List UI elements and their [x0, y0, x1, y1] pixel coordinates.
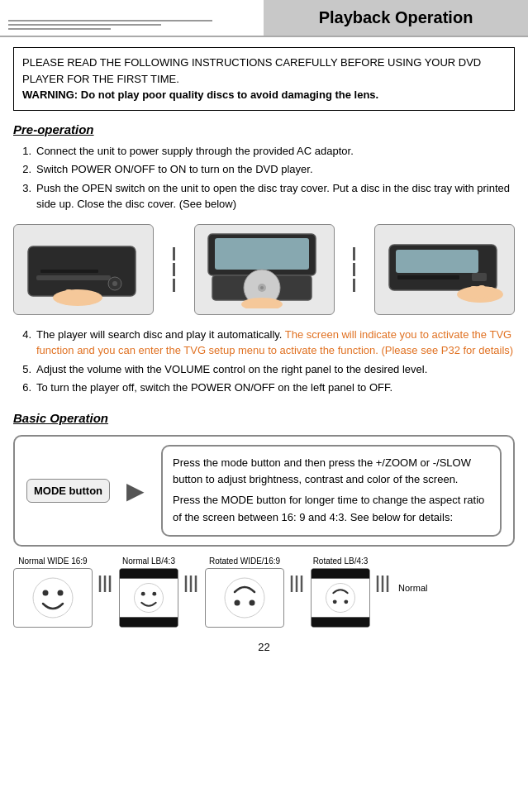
disc-image-3 — [374, 224, 515, 315]
svg-point-37 — [141, 591, 145, 595]
pre-operation-list: 1. Connect the unit to power supply thro… — [13, 143, 515, 213]
page-number: 22 — [13, 641, 515, 653]
list-text-6: To turn the player off, switch the POWER… — [36, 380, 515, 396]
svg-rect-33 — [120, 569, 178, 579]
basic-operation-box: MODE button ▶ Press the mode button and … — [13, 435, 515, 547]
list-item: 2. Switch POWER ON/OFF to ON to turn on … — [13, 161, 515, 178]
list-num: 4. — [13, 327, 31, 359]
ratio-normal-label: Normal — [398, 583, 427, 593]
list-text-4: The player will search disc and play it … — [36, 327, 515, 359]
header-title-box: Playback Operation — [264, 0, 528, 36]
svg-rect-24 — [487, 287, 493, 299]
ratio-images-row: Normal WIDE 16:9 Normal — [13, 556, 515, 628]
svg-rect-6 — [65, 289, 72, 303]
svg-point-38 — [152, 591, 156, 595]
svg-rect-1 — [36, 275, 111, 280]
list-text: Switch POWER ON/OFF to ON to turn on the… — [36, 161, 515, 178]
list-num: 5. — [13, 361, 31, 378]
step4-normal-text: The player will search disc and play it … — [36, 328, 285, 341]
svg-point-43 — [225, 578, 264, 618]
svg-rect-18 — [396, 250, 478, 273]
svg-point-53 — [326, 583, 355, 612]
svg-rect-23 — [478, 285, 485, 299]
svg-rect-8 — [82, 290, 88, 304]
arrow-2 — [353, 247, 355, 292]
list-item: 1. Connect the unit to power supply thro… — [13, 143, 515, 160]
main-content: PLEASE READ THE FOLLOWING INSTRUCTIONS C… — [0, 37, 528, 666]
ratio-label-0: Normal WIDE 16:9 — [18, 556, 87, 566]
svg-rect-50 — [312, 569, 369, 579]
list-text-5: Adjust the volume with the VOLUME contro… — [36, 361, 515, 378]
ratio-image-2 — [205, 568, 284, 628]
ratio-item-0: Normal WIDE 16:9 — [13, 556, 93, 628]
list-text: Connect the unit to power supply through… — [36, 143, 515, 160]
page-header: Playback Operation — [0, 0, 528, 37]
svg-rect-20 — [472, 273, 487, 281]
svg-rect-34 — [120, 617, 178, 627]
ratio-arrow-2 — [288, 572, 307, 600]
mode-desc-p2: Press the MODE button for longer time to… — [173, 492, 490, 527]
disc-image-1 — [13, 224, 154, 315]
disc-images-row — [13, 224, 515, 315]
svg-rect-4 — [40, 270, 98, 273]
list-num: 2. — [13, 161, 31, 178]
svg-point-15 — [260, 286, 264, 289]
ratio-item-3: Rotated LB/4:3 — [311, 556, 370, 628]
svg-point-55 — [344, 599, 348, 604]
ratio-arrow-3 — [373, 572, 393, 600]
warning-text-line2: WARNING: Do not play poor quality discs … — [22, 88, 378, 101]
svg-rect-51 — [312, 617, 369, 627]
list-item-5: 5. Adjust the volume with the VOLUME con… — [13, 361, 515, 378]
mode-button-label: MODE button — [26, 479, 110, 503]
ratio-arrow-0 — [96, 572, 116, 600]
warning-text-line1: PLEASE READ THE FOLLOWING INSTRUCTIONS C… — [22, 56, 481, 85]
svg-rect-7 — [74, 289, 80, 304]
list-item-4: 4. The player will search disc and play … — [13, 327, 515, 359]
ratio-label-1: Normal LB/4:3 — [122, 556, 175, 566]
svg-point-3 — [112, 281, 117, 286]
svg-point-54 — [333, 599, 337, 604]
mode-description-box: Press the mode button and then press the… — [161, 445, 502, 537]
warning-box: PLEASE READ THE FOLLOWING INSTRUCTIONS C… — [13, 47, 515, 111]
svg-point-45 — [250, 599, 255, 605]
ratio-label-3: Rotated LB/4:3 — [313, 556, 369, 566]
arrow-right-icon: ▶ — [126, 477, 145, 504]
ratio-item-1: Normal LB/4:3 — [119, 556, 178, 628]
ratio-image-3 — [311, 568, 370, 628]
list-item: 3. Push the OPEN switch on the unit to o… — [13, 180, 515, 213]
ratio-image-0 — [13, 568, 93, 628]
svg-point-26 — [33, 578, 73, 618]
arrow-1 — [173, 247, 175, 292]
disc-image-2 — [194, 224, 335, 315]
header-decorative-lines — [0, 0, 264, 36]
ratio-arrow-1 — [182, 572, 202, 600]
ratio-item-2: Rotated WIDE/16:9 — [205, 556, 284, 628]
basic-operation-title: Basic Operation — [13, 411, 515, 425]
ratio-image-1 — [119, 568, 178, 628]
svg-rect-9 — [90, 292, 97, 303]
svg-rect-22 — [470, 286, 477, 299]
list-num: 3. — [13, 180, 31, 213]
list-num: 1. — [13, 143, 31, 160]
steps-4-6: 4. The player will search disc and play … — [13, 327, 515, 396]
list-text: Push the OPEN switch on the unit to open… — [36, 180, 515, 213]
ratio-label-2: Rotated WIDE/16:9 — [209, 556, 280, 566]
mode-desc-p1: Press the mode button and then press the… — [173, 455, 490, 490]
list-item-6: 6. To turn the player off, switch the PO… — [13, 380, 515, 396]
svg-point-36 — [135, 583, 164, 612]
page-title: Playback Operation — [319, 8, 473, 27]
pre-operation-title: Pre-operation — [13, 122, 515, 136]
svg-point-44 — [235, 599, 240, 605]
svg-rect-19 — [397, 275, 459, 279]
svg-point-28 — [58, 590, 64, 595]
svg-rect-11 — [215, 238, 309, 270]
svg-point-27 — [43, 590, 49, 595]
list-num: 6. — [13, 380, 31, 396]
